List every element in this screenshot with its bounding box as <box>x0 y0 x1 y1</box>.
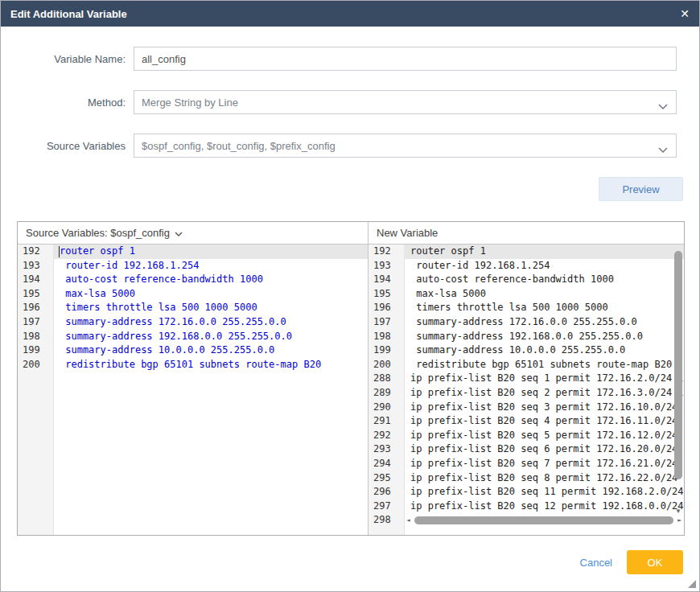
code-line[interactable]: 298◄► <box>369 513 684 528</box>
variable-name-row: Variable Name: <box>1 47 700 71</box>
new-variable-pane: New Variable 192router ospf 1193 router-… <box>368 222 684 535</box>
code-line[interactable]: 196 timers throttle lsa 500 1000 5000 <box>18 301 368 315</box>
close-icon[interactable]: ✕ <box>680 8 690 19</box>
code-line[interactable]: 193 router-id 192.168.1.254 <box>369 259 684 273</box>
hscroll-track[interactable] <box>413 516 675 524</box>
code-line[interactable]: 194 auto-cost reference-bandwidth 1000 <box>369 273 684 287</box>
method-row: Method: Merge String by Line <box>1 90 700 114</box>
code-line[interactable]: 289ip prefix-list B20 seq 2 permit 172.1… <box>369 386 684 401</box>
line-number: 200 <box>18 358 53 372</box>
horizontal-scrollbar[interactable]: ◄► <box>404 513 684 528</box>
line-number: 197 <box>369 315 404 330</box>
code-text: summary-address 10.0.0.0 255.255.0.0 <box>53 343 368 358</box>
code-text: router ospf 1 <box>53 245 368 259</box>
code-text: ip prefix-list B20 seq 3 permit 172.16.1… <box>404 401 684 415</box>
code-text: ip prefix-list B20 seq 5 permit 172.16.1… <box>404 429 684 443</box>
code-text: ip prefix-list B20 seq 1 permit 172.16.2… <box>404 372 684 386</box>
code-line[interactable]: 197 summary-address 172.16.0.0 255.255.0… <box>369 315 684 330</box>
code-text: ip prefix-list B20 seq 2 permit 172.16.3… <box>404 386 684 401</box>
code-line[interactable]: 290ip prefix-list B20 seq 3 permit 172.1… <box>369 401 684 415</box>
code-line[interactable]: 198 summary-address 192.168.0.0 255.255.… <box>18 330 368 344</box>
resize-handle-icon[interactable] <box>688 580 696 588</box>
code-line[interactable]: 200 redistribute bgp 65101 subnets route… <box>369 358 684 372</box>
line-number: 193 <box>369 259 404 273</box>
code-text: router-id 192.168.1.254 <box>404 259 684 273</box>
code-line[interactable]: 199 summary-address 10.0.0.0 255.255.0.0 <box>18 343 368 358</box>
line-number: 195 <box>369 287 404 302</box>
preview-button[interactable]: Preview <box>599 177 683 201</box>
code-text: summary-address 172.16.0.0 255.255.0.0 <box>53 315 368 330</box>
line-number: 292 <box>369 429 404 443</box>
code-line[interactable]: 292ip prefix-list B20 seq 5 permit 172.1… <box>369 429 684 443</box>
new-variable-pane-header-label: New Variable <box>377 227 438 239</box>
code-text: auto-cost reference-bandwidth 1000 <box>404 273 684 287</box>
code-text: summary-address 192.168.0.0 255.255.0.0 <box>404 330 684 344</box>
source-pane-header[interactable]: Source Variables: $ospf_config <box>18 222 368 245</box>
scroll-down-icon[interactable]: ▼ <box>674 508 682 515</box>
code-text: redistribute bgp 65101 subnets route-map… <box>53 358 368 372</box>
line-number: 196 <box>369 301 404 315</box>
hscroll-thumb[interactable] <box>414 516 673 524</box>
vertical-scrollbar[interactable]: ▼ <box>674 248 682 515</box>
line-number: 288 <box>369 372 404 386</box>
code-line[interactable]: 192router ospf 1 <box>369 245 684 259</box>
source-pane-header-label: Source Variables: $ospf_config <box>26 227 170 239</box>
code-line[interactable]: 294ip prefix-list B20 seq 7 permit 172.1… <box>369 457 684 471</box>
chevron-down-icon <box>658 100 668 112</box>
source-variables-row: Source Variables $ospf_config, $rout_con… <box>1 134 700 158</box>
line-number: 198 <box>18 330 53 344</box>
line-number: 196 <box>18 301 53 315</box>
code-text: ip prefix-list B20 seq 4 permit 172.16.1… <box>404 414 684 429</box>
code-line[interactable]: 195 max-lsa 5000 <box>18 287 368 302</box>
code-line[interactable]: 195 max-lsa 5000 <box>369 287 684 302</box>
ok-button[interactable]: OK <box>627 550 683 574</box>
code-line[interactable]: 288ip prefix-list B20 seq 1 permit 172.1… <box>369 372 684 386</box>
code-text: ip prefix-list B20 seq 12 permit 192.168… <box>404 500 684 514</box>
vscroll-thumb[interactable] <box>674 251 682 479</box>
line-number: 199 <box>18 343 53 358</box>
code-text: summary-address 172.16.0.0 255.255.0.0 <box>404 315 684 330</box>
code-line[interactable]: 194 auto-cost reference-bandwidth 1000 <box>18 273 368 287</box>
line-number: 289 <box>369 386 404 401</box>
code-line[interactable]: 296ip prefix-list B20 seq 11 permit 192.… <box>369 485 684 500</box>
code-line[interactable]: 199 summary-address 10.0.0.0 255.255.0.0 <box>369 343 684 358</box>
code-line[interactable]: 291ip prefix-list B20 seq 4 permit 172.1… <box>369 414 684 429</box>
line-number: 296 <box>369 485 404 500</box>
code-line[interactable]: 192router ospf 1 <box>18 245 368 259</box>
code-line[interactable]: 200 redistribute bgp 65101 subnets route… <box>18 358 368 372</box>
cancel-button[interactable]: Cancel <box>580 557 612 569</box>
code-line[interactable]: 193 router-id 192.168.1.254 <box>18 259 368 273</box>
line-number: 295 <box>369 471 404 486</box>
code-line[interactable]: 297ip prefix-list B20 seq 12 permit 192.… <box>369 500 684 514</box>
source-variables-select[interactable]: $ospf_config, $rout_config, $prefix_conf… <box>134 134 677 158</box>
source-code-area[interactable]: 192router ospf 1193 router-id 192.168.1.… <box>18 245 368 535</box>
source-variables-selected-value: $ospf_config, $rout_config, $prefix_conf… <box>142 140 336 152</box>
code-line[interactable]: 196 timers throttle lsa 500 1000 5000 <box>369 301 684 315</box>
code-text: timers throttle lsa 500 1000 5000 <box>53 301 368 315</box>
code-text: ip prefix-list B20 seq 6 permit 172.16.2… <box>404 442 684 457</box>
dialog-title: Edit Additional Variable <box>10 8 127 20</box>
code-line[interactable]: 197 summary-address 172.16.0.0 255.255.0… <box>18 315 368 330</box>
code-text: router-id 192.168.1.254 <box>53 259 368 273</box>
code-line[interactable]: 295ip prefix-list B20 seq 8 permit 172.1… <box>369 471 684 486</box>
line-number: 193 <box>18 259 53 273</box>
code-text: redistribute bgp 65101 subnets route-map… <box>404 358 684 372</box>
line-number: 192 <box>18 245 53 259</box>
scroll-right-icon[interactable]: ► <box>677 517 681 524</box>
code-line[interactable]: 293ip prefix-list B20 seq 6 permit 172.1… <box>369 442 684 457</box>
new-variable-code-area[interactable]: 192router ospf 1193 router-id 192.168.1.… <box>369 245 684 535</box>
code-text: timers throttle lsa 500 1000 5000 <box>404 301 684 315</box>
scroll-left-icon[interactable]: ◄ <box>406 517 410 524</box>
source-variables-label: Source Variables <box>1 140 134 152</box>
variable-name-input[interactable] <box>134 47 677 71</box>
chevron-down-icon <box>658 143 668 155</box>
line-number: 197 <box>18 315 53 330</box>
method-select[interactable]: Merge String by Line <box>134 90 677 114</box>
code-text: router ospf 1 <box>404 245 684 259</box>
line-number: 200 <box>369 358 404 372</box>
code-text: summary-address 192.168.0.0 255.255.0.0 <box>53 330 368 344</box>
diff-panes: Source Variables: $ospf_config 192router… <box>17 221 685 536</box>
code-line[interactable]: 198 summary-address 192.168.0.0 255.255.… <box>369 330 684 344</box>
line-number: 298 <box>369 513 404 528</box>
code-text: auto-cost reference-bandwidth 1000 <box>53 273 368 287</box>
